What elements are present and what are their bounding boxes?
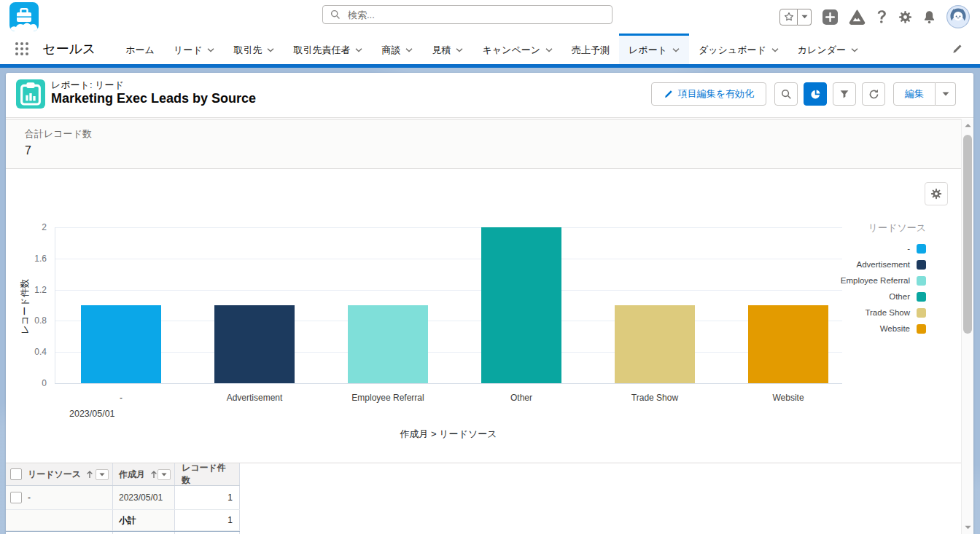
nav-tab-2[interactable]: リード <box>164 34 225 64</box>
report-header: レポート: リード Marketing Exec Leads by Source… <box>6 73 973 118</box>
column-menu-button[interactable] <box>96 469 109 480</box>
chart-settings-button[interactable] <box>925 182 948 205</box>
edit-navigation-pencil-button[interactable] <box>947 34 967 64</box>
trailhead-help-button[interactable] <box>849 9 866 25</box>
legend-swatch <box>917 276 926 286</box>
gridline-0.8 <box>55 321 842 321</box>
bar-Advertisement[interactable] <box>214 305 295 383</box>
chevron-down-icon <box>405 48 413 52</box>
bar-Employee Referral[interactable] <box>348 305 428 383</box>
cell-r2-c1[interactable] <box>6 510 113 530</box>
cell-value: 小計 <box>119 514 136 527</box>
nav-tab-3[interactable]: 取引先 <box>224 34 284 64</box>
chevron-down-icon <box>355 48 362 52</box>
column-header-1[interactable]: リードソース <box>6 463 113 485</box>
legend-item-label: Advertisement <box>856 260 910 269</box>
nav-tab-7[interactable]: キャンペーン <box>472 34 562 64</box>
caret-down-icon <box>801 15 808 19</box>
chevron-down-icon <box>771 48 779 52</box>
vertical-scrollbar[interactable] <box>961 119 973 534</box>
notifications-bell-button[interactable] <box>923 10 936 24</box>
select-all-checkbox[interactable] <box>10 468 22 480</box>
column-header-label: レコード件数 <box>182 463 233 485</box>
app-nav-bar: セールス ホームリード取引先取引先責任者商談見積キャンペーン売上予測レポートダッ… <box>0 34 980 64</box>
nav-tab-9[interactable]: レポート <box>619 34 689 64</box>
scroll-down-arrow[interactable] <box>962 522 973 533</box>
edit-report-button[interactable]: 編集 <box>893 82 936 106</box>
legend-item-label: Employee Referral <box>841 276 910 285</box>
user-avatar[interactable] <box>946 5 970 28</box>
nav-tab-label: 見積 <box>432 44 451 57</box>
chevron-down-icon <box>545 48 553 52</box>
setup-gear-button[interactable] <box>898 10 912 24</box>
caret-down-icon <box>161 473 167 476</box>
find-in-report-button[interactable] <box>774 82 798 106</box>
search-icon <box>330 9 341 20</box>
header-divider-band <box>0 64 980 68</box>
favorites-star-button[interactable] <box>779 9 798 25</box>
cell-r1-c3[interactable]: 1 <box>175 486 240 509</box>
legend-item-label: Website <box>880 324 910 333</box>
legend-swatch <box>917 244 926 254</box>
column-header-3[interactable]: レコード件数 <box>175 463 240 485</box>
nav-tab-label: リード <box>174 44 203 57</box>
global-actions-button[interactable] <box>822 9 838 25</box>
filter-button[interactable] <box>833 82 856 106</box>
refresh-button[interactable] <box>862 82 885 106</box>
legend-item-Website[interactable]: Website <box>736 321 926 337</box>
table-row[interactable]: -2023/05/011 <box>6 486 240 510</box>
report-table: リードソース作成月レコード件数 -2023/05/011小計1 <box>6 463 961 534</box>
legend-swatch <box>917 260 926 270</box>
scrollbar-thumb[interactable] <box>963 135 972 334</box>
row-checkbox[interactable] <box>10 492 22 503</box>
x-category-label: - <box>55 393 187 404</box>
table-body: -2023/05/011小計1 <box>6 486 961 531</box>
legend-item-Trade Show[interactable]: Trade Show <box>736 305 926 321</box>
legend-item-Other[interactable]: Other <box>736 288 926 305</box>
x-axis-group-label: 2023/05/01 <box>69 409 115 419</box>
legend-title: リードソース <box>736 221 926 234</box>
sort-asc-arrow-icon <box>86 471 93 479</box>
nav-tab-4[interactable]: 取引先責任者 <box>284 34 372 64</box>
y-tick-label: 1.2 <box>15 284 47 296</box>
help-button[interactable] <box>876 9 887 24</box>
scroll-up-arrow[interactable] <box>962 120 973 130</box>
nav-tab-1[interactable]: ホーム <box>116 34 164 64</box>
nav-tab-8[interactable]: 売上予測 <box>562 34 619 64</box>
nav-tab-6[interactable]: 見積 <box>422 34 472 64</box>
nav-tab-11[interactable]: カレンダー <box>788 34 868 64</box>
legend-item--[interactable]: - <box>736 240 926 256</box>
cell-value: - <box>28 492 31 503</box>
refresh-icon <box>868 89 879 100</box>
column-header-2[interactable]: 作成月 <box>113 463 175 485</box>
salesforce-app-logo-icon[interactable] <box>9 2 39 31</box>
legend-item-Advertisement[interactable]: Advertisement <box>736 256 926 272</box>
cell-r2-c2[interactable]: 小計 <box>113 510 175 530</box>
nav-tab-10[interactable]: ダッシュボード <box>689 34 788 64</box>
nav-tab-label: 商談 <box>381 44 400 57</box>
bar-Other[interactable] <box>481 227 561 383</box>
chevron-down-icon <box>207 48 214 52</box>
cell-r2-c3[interactable]: 1 <box>175 510 240 530</box>
enable-inline-edit-button[interactable]: 項目編集を有効化 <box>651 82 766 106</box>
column-menu-button[interactable] <box>158 469 171 480</box>
cell-r1-c2[interactable]: 2023/05/01 <box>113 486 175 509</box>
bar--[interactable] <box>81 305 161 383</box>
subtotal-row[interactable]: 小計1 <box>6 510 240 531</box>
edit-report-caret-button[interactable] <box>936 82 956 106</box>
edit-split-button: 編集 <box>893 82 956 106</box>
app-launcher-button[interactable] <box>9 34 35 64</box>
nav-tab-5[interactable]: 商談 <box>372 34 422 64</box>
favorites-caret-button[interactable] <box>798 9 812 25</box>
legend-swatch <box>917 308 926 318</box>
report-toolbar: 項目編集を有効化 編集 <box>651 82 956 106</box>
global-search-input[interactable] <box>346 9 612 21</box>
cell-r1-c1[interactable]: - <box>6 486 113 509</box>
bar-Trade Show[interactable] <box>615 305 695 383</box>
global-search[interactable] <box>322 5 612 24</box>
report-summary-strip: 合計レコード数 7 <box>6 119 961 169</box>
legend-items: -AdvertisementEmployee ReferralOtherTrad… <box>736 240 926 337</box>
gridline-1.2 <box>55 290 842 291</box>
legend-item-Employee Referral[interactable]: Employee Referral <box>736 272 926 288</box>
toggle-chart-button[interactable] <box>804 82 827 106</box>
